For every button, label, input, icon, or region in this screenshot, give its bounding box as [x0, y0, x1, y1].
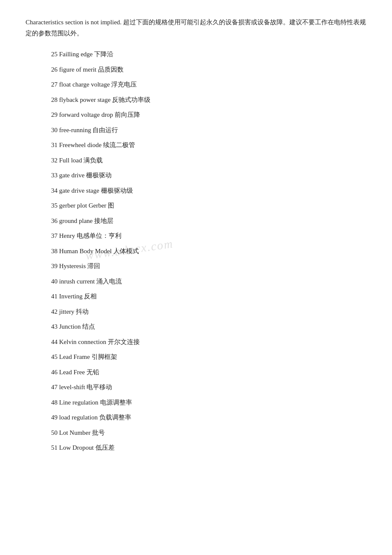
list-item: 28 flyback power stage 反驰式功率级 [51, 95, 366, 106]
list-item: 45 Lead Frame 引脚框架 [51, 352, 366, 363]
list-item: 49 load regulation 负载调整率 [51, 412, 366, 423]
list-item: 46 Lead Free 无铅 [51, 367, 366, 378]
list-item: 37 Henry 电感单位：亨利 [51, 231, 366, 242]
list-item: 50 Lot Number 批号 [51, 428, 366, 439]
list-item: 38 Human Body Model 人体模式 [51, 246, 366, 257]
list-item: 42 jittery 抖动 [51, 306, 366, 318]
list-item: 36 ground plane 接地层 [51, 216, 366, 227]
list-item: 34 gate drive stage 栅极驱动级 [51, 185, 366, 197]
list-item: 51 Low Dropout 低压差 [51, 442, 366, 454]
glossary-list: 25 Failling edge 下降沿26 figure of merit 品… [51, 49, 366, 454]
list-item: 47 level-shift 电平移动 [51, 382, 366, 393]
intro-paragraph: Characteristics section is not implied. … [26, 17, 366, 39]
list-item: 40 inrush current 涌入电流 [51, 276, 366, 287]
list-item: 25 Failling edge 下降沿 [51, 49, 366, 60]
list-item: 26 figure of merit 品质因数 [51, 64, 366, 75]
list-item: 43 Junction 结点 [51, 321, 366, 332]
list-item: 39 Hysteresis 滞回 [51, 261, 366, 272]
list-item: 31 Freewheel diode 续流二极管 [51, 140, 366, 151]
list-item: 29 forward voltage drop 前向压降 [51, 110, 366, 121]
list-item: 33 gate drive 栅极驱动 [51, 170, 366, 181]
list-item: 48 Line regulation 电源调整率 [51, 397, 366, 408]
list-item: 44 Kelvin connection 开尔文连接 [51, 337, 366, 348]
list-item: 30 free-running 自由运行 [51, 125, 366, 136]
list-item: 27 float charge voltage 浮充电压 [51, 79, 366, 90]
list-item: 32 Full load 满负载 [51, 155, 366, 166]
list-item: 35 gerber plot Gerber 图 [51, 200, 366, 211]
list-item: 41 Inverting 反相 [51, 291, 366, 302]
